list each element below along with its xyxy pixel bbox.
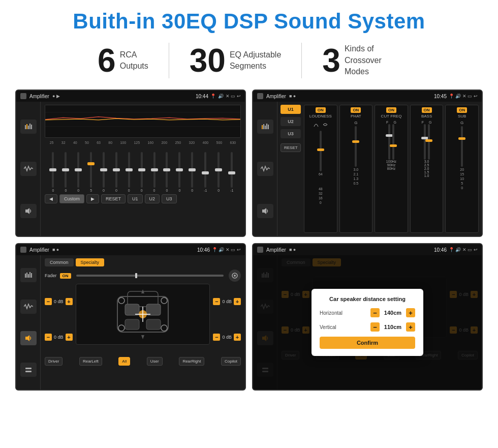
stat-crossover: 3 Kinds of Crossover Modes [302,43,421,77]
eq-slider-9: 0 [166,152,168,192]
preset-u2[interactable]: U2 [281,117,301,126]
minus-btn-lt[interactable]: − [45,298,52,305]
amp-channels: ON LOUDNESS 64 48 [304,105,479,233]
on-badge-sub: ON [457,107,467,113]
speaker-icon-3[interactable] [20,331,37,345]
svg-marker-5 [25,208,29,214]
svg-marker-40 [141,335,144,339]
wave-icon-3[interactable] [20,300,37,314]
btn-rearleft[interactable]: RearLeft [79,357,102,366]
btn-rearright[interactable]: RearRight [179,357,204,366]
phat-slider[interactable] [355,126,357,167]
cutfreq-slider-f[interactable] [388,124,390,160]
volume-icon: 🔊 [218,94,224,99]
channel-phat: ON PHAT G 3.0 2.1 1.3 0.5 [339,105,373,233]
bass-slider-f[interactable] [424,124,426,160]
speaker-icon-2[interactable] [257,204,273,218]
play-button[interactable]: ▶ [86,194,99,203]
custom-button[interactable]: Custom [59,194,84,203]
plus-btn-rt[interactable]: + [234,298,241,305]
horizontal-minus-btn[interactable]: − [370,308,380,317]
preset-u1[interactable]: U1 [281,105,301,114]
svg-point-38 [161,325,167,331]
minus-btn-rb[interactable]: − [213,334,220,341]
vol-val-lt: 0 dB [54,299,64,304]
screen2-sidebar [253,102,277,236]
wave-icon[interactable] [20,162,37,176]
confirm-button[interactable]: Confirm [320,337,415,349]
u3-button[interactable]: U3 [162,194,177,203]
cutfreq-slider-g[interactable] [392,124,394,160]
fader-tabs: Common Specialty [45,258,241,266]
svg-rect-12 [265,126,266,129]
u1-button[interactable]: U1 [128,194,143,203]
screen4-time: 10:46 [434,247,447,253]
fader-icon-3[interactable] [20,363,37,377]
fader-label: Fader [45,273,57,278]
u2-button[interactable]: U2 [145,194,160,203]
screen4-title: Amplifier [266,247,286,253]
stat-text-rca: RCA Outputs [120,49,148,72]
btn-all[interactable]: All [118,357,130,366]
eq-sliders: 0 0 0 5 0 0 0 0 0 0 0 0 -1 0 -1 [45,146,241,192]
screen3-icons: 📍 🔊 ✕ ▭ ↩ [212,247,241,252]
tab-specialty[interactable]: Specialty [76,258,105,266]
eq-graph [45,105,241,138]
prev-button[interactable]: ◀ [45,194,57,203]
screen1-time: 10:44 [196,94,208,99]
vertical-plus-btn[interactable]: + [406,322,415,332]
speaker-icon[interactable] [20,204,37,218]
plus-btn-rb[interactable]: + [234,334,241,341]
eq-icon[interactable] [20,120,37,134]
eq-slider-13: 0 [217,152,220,192]
eq-slider-7: 0 [141,152,143,192]
loudness-slider[interactable] [320,131,322,171]
svg-rect-4 [31,125,32,129]
plus-btn-lb[interactable]: + [66,334,73,341]
eq-icon-2[interactable] [257,120,273,134]
svg-rect-2 [28,126,29,129]
svg-rect-20 [31,273,32,278]
ch-label-loudness: LOUDNESS [309,114,332,118]
left-volume-controls: − 0 dB + − 0 dB + [45,284,73,355]
minus-btn-rt[interactable]: − [213,298,220,305]
eq-icon-3[interactable] [20,268,37,282]
fader-row: Fader ON [45,270,241,282]
bass-slider-g[interactable] [428,124,430,160]
svg-rect-23 [25,371,32,372]
btn-driver[interactable]: Driver [45,357,63,366]
dialog-vertical-label: Vertical [320,324,355,330]
home-icon-4 [257,247,263,253]
screen1-title: Amplifier [29,94,49,99]
vol-ctrl-right-top: − 0 dB + [213,298,241,305]
btn-user[interactable]: User [147,357,163,366]
svg-point-37 [118,325,124,331]
horizontal-plus-btn[interactable]: + [406,308,415,317]
eq-slider-14: -1 [230,152,233,192]
plus-btn-lt[interactable]: + [66,298,73,305]
stats-row: 6 RCA Outputs 30 EQ Adjustable Segments … [15,43,483,78]
freq-labels: 253240506380100125160200250320400500630 [45,141,241,144]
svg-marker-21 [25,335,29,341]
reset-button[interactable]: RESET [101,194,126,203]
btn-copilot[interactable]: Copilot [221,357,241,366]
channel-loudness: ON LOUDNESS 64 48 [304,105,337,233]
wave-icon-2[interactable] [257,162,273,176]
fader-on-badge: ON [60,273,71,279]
minus-btn-lb[interactable]: − [45,334,52,341]
vertical-minus-btn[interactable]: − [370,322,380,332]
android-bar-4: Amplifier ■ ● 10:46 📍 🔊 ✕ ▭ ↩ [253,244,482,255]
stat-number-rca: 6 [98,44,116,77]
sub-slider[interactable] [461,126,463,167]
screen3-dots: ■ ● [52,247,59,252]
home-icon-3 [20,247,26,253]
fader-settings-icon[interactable] [229,270,241,282]
svg-rect-22 [25,368,32,369]
amp-reset-btn[interactable]: RESET [281,143,301,152]
screen4-icons: 📍 🔊 ✕ ▭ ↩ [449,247,478,252]
screen3-time: 10:46 [197,247,210,253]
right-volume-controls: − 0 dB + − 0 dB + [213,284,241,355]
stat-number-crossover: 3 [322,44,340,77]
preset-u3[interactable]: U3 [281,129,301,138]
tab-common[interactable]: Common [45,258,74,266]
